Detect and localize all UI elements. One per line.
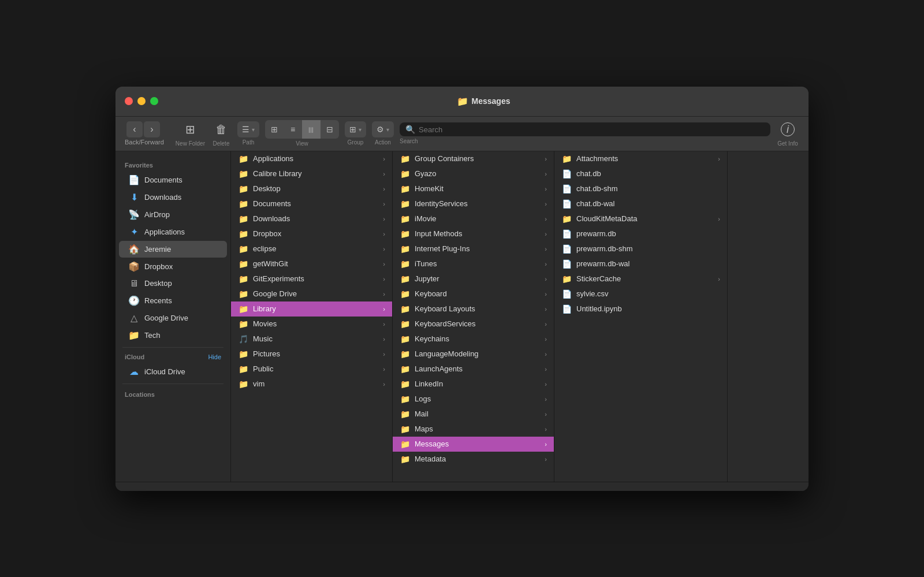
list-item[interactable]: 📁 Pictures ›: [231, 347, 392, 362]
list-item[interactable]: 📁 eclipse ›: [231, 241, 392, 256]
chevron-right-icon: ›: [383, 381, 385, 388]
get-info-button[interactable]: i: [776, 120, 799, 139]
chevron-right-icon: ›: [545, 200, 547, 207]
list-item-messages[interactable]: 📁 Messages ›: [393, 437, 554, 452]
chevron-right-icon: ›: [545, 381, 547, 388]
sidebar-item-applications[interactable]: ✦ Applications: [119, 224, 227, 240]
list-item[interactable]: 📁 Gyazo ›: [393, 166, 554, 181]
list-item[interactable]: 📁 Documents ›: [231, 196, 392, 211]
view-column-button[interactable]: ⫼: [302, 120, 321, 139]
file-column-3: 📁 Attachments › 📄 chat.db 📄 chat.db-shm …: [554, 151, 728, 482]
sidebar-item-documents[interactable]: 📄 Documents: [119, 172, 227, 188]
sidebar-item-icloud-drive[interactable]: ☁ iCloud Drive: [119, 363, 227, 380]
window-title-area: 📁 Messages: [167, 96, 799, 107]
sidebar-item-label: Recents: [144, 296, 172, 305]
list-item[interactable]: 📁 Movies ›: [231, 317, 392, 332]
list-item[interactable]: 📁 Dropbox ›: [231, 226, 392, 241]
list-item[interactable]: 📁 vim ›: [231, 377, 392, 392]
sidebar-item-label: Downloads: [144, 193, 181, 202]
view-group: ⊞ ≡ ⫼ ⊟ View: [265, 120, 339, 147]
list-item[interactable]: 📁 Jupyter ›: [393, 271, 554, 286]
list-item[interactable]: 📁 Logs ›: [393, 392, 554, 407]
get-info-group: i Get Info: [776, 120, 799, 147]
list-item[interactable]: 📁 IdentityServices ›: [393, 196, 554, 211]
search-input[interactable]: [419, 125, 765, 134]
delete-group: 🗑 Delete: [211, 121, 232, 147]
list-item[interactable]: 📁 GitExperiments ›: [231, 271, 392, 286]
list-item[interactable]: 📁 StickerCache ›: [554, 271, 727, 286]
view-icon-button[interactable]: ⊞: [265, 120, 284, 139]
list-item[interactable]: 📄 sylvie.csv: [554, 286, 727, 301]
desktop-icon: 🖥: [128, 278, 140, 289]
sidebar-item-tech[interactable]: 📁 Tech: [119, 327, 227, 344]
list-item[interactable]: 📄 prewarm.db-wal: [554, 256, 727, 271]
get-info-label: Get Info: [777, 140, 798, 147]
list-item[interactable]: 📁 Mail ›: [393, 407, 554, 422]
list-item[interactable]: 📁 LaunchAgents ›: [393, 362, 554, 377]
list-item-library[interactable]: 📁 Library ›: [231, 301, 392, 317]
list-item[interactable]: 📄 chat.db: [554, 166, 727, 181]
list-item[interactable]: 📁 CloudKitMetaData ›: [554, 211, 727, 226]
list-item[interactable]: 📁 Downloads ›: [231, 211, 392, 226]
list-item[interactable]: 📁 Calibre Library ›: [231, 166, 392, 181]
sidebar-item-dropbox[interactable]: 📦 Dropbox: [119, 258, 227, 275]
new-folder-label: New Folder: [176, 140, 205, 147]
close-button[interactable]: [125, 97, 133, 105]
view-gallery-button[interactable]: ⊟: [321, 120, 339, 139]
path-label: Path: [243, 139, 255, 146]
list-item[interactable]: 📁 Applications ›: [231, 151, 392, 166]
list-item[interactable]: 📁 Desktop ›: [231, 181, 392, 196]
icloud-section-header: iCloud Hide: [116, 351, 230, 363]
list-item[interactable]: 📁 Keyboard Layouts ›: [393, 301, 554, 317]
maximize-button[interactable]: [150, 97, 158, 105]
new-folder-button[interactable]: ⊞: [181, 120, 200, 139]
list-item[interactable]: 📁 KeyboardServices ›: [393, 317, 554, 332]
list-item[interactable]: 📁 HomeKit ›: [393, 181, 554, 196]
chevron-right-icon: ›: [545, 276, 547, 282]
list-item[interactable]: 📁 Internet Plug-Ins ›: [393, 241, 554, 256]
list-item[interactable]: 📁 Attachments ›: [554, 151, 727, 166]
list-item[interactable]: 📄 prewarm.db-shm: [554, 241, 727, 256]
list-item[interactable]: 📁 Input Methods ›: [393, 226, 554, 241]
list-item[interactable]: 📁 Google Drive ›: [231, 286, 392, 301]
list-item[interactable]: 📁 Group Containers ›: [393, 151, 554, 166]
list-item[interactable]: 📁 Keyboard ›: [393, 286, 554, 301]
sidebar-item-google-drive[interactable]: △ Google Drive: [119, 310, 227, 326]
hide-button[interactable]: Hide: [208, 353, 221, 360]
view-list-button[interactable]: ≡: [284, 120, 302, 139]
back-button[interactable]: ‹: [126, 121, 143, 137]
folder-icon: 📁: [400, 319, 410, 329]
search-box[interactable]: 🔍: [400, 122, 770, 136]
list-item[interactable]: 📁 Keychains ›: [393, 332, 554, 347]
list-item[interactable]: 📄 chat.db-shm: [554, 181, 727, 196]
path-button[interactable]: ☰ ▾: [237, 121, 259, 137]
list-item[interactable]: 📁 Metadata ›: [393, 452, 554, 467]
sidebar-item-desktop[interactable]: 🖥 Desktop: [119, 276, 227, 292]
sidebar-item-jeremie[interactable]: 🏠 Jeremie: [119, 241, 227, 258]
chevron-right-icon: ›: [383, 306, 385, 312]
list-item[interactable]: 📄 chat.db-wal: [554, 196, 727, 211]
forward-button[interactable]: ›: [144, 121, 160, 137]
list-item[interactable]: 📁 iMovie ›: [393, 211, 554, 226]
action-button[interactable]: ⚙ ▾: [372, 121, 394, 137]
sidebar-item-downloads[interactable]: ⬇ Downloads: [119, 189, 227, 206]
sidebar-item-recents[interactable]: 🕐 Recents: [119, 292, 227, 309]
list-item[interactable]: 📁 Public ›: [231, 362, 392, 377]
delete-button[interactable]: 🗑: [211, 121, 232, 139]
chevron-right-icon: ›: [545, 456, 547, 463]
list-item[interactable]: 📄 Untitled.ipynb: [554, 301, 727, 317]
chevron-right-icon: ›: [545, 441, 547, 448]
folder-icon: 📁: [400, 259, 410, 269]
sidebar-item-airdrop[interactable]: 📡 AirDrop: [119, 206, 227, 223]
list-item[interactable]: 📁 Maps ›: [393, 422, 554, 437]
minimize-button[interactable]: [137, 97, 146, 105]
group-button[interactable]: ⊞ ▾: [345, 121, 366, 137]
new-folder-group: ⊞ New Folder: [176, 120, 205, 147]
list-item[interactable]: 📁 LinkedIn ›: [393, 377, 554, 392]
list-item[interactable]: 📁 getWithGit ›: [231, 256, 392, 271]
list-item[interactable]: 🎵 Music ›: [231, 332, 392, 347]
list-item[interactable]: 📄 prewarm.db: [554, 226, 727, 241]
list-item[interactable]: 📁 iTunes ›: [393, 256, 554, 271]
list-item[interactable]: 📁 LanguageModeling ›: [393, 347, 554, 362]
folder-icon: 📁: [238, 304, 248, 314]
